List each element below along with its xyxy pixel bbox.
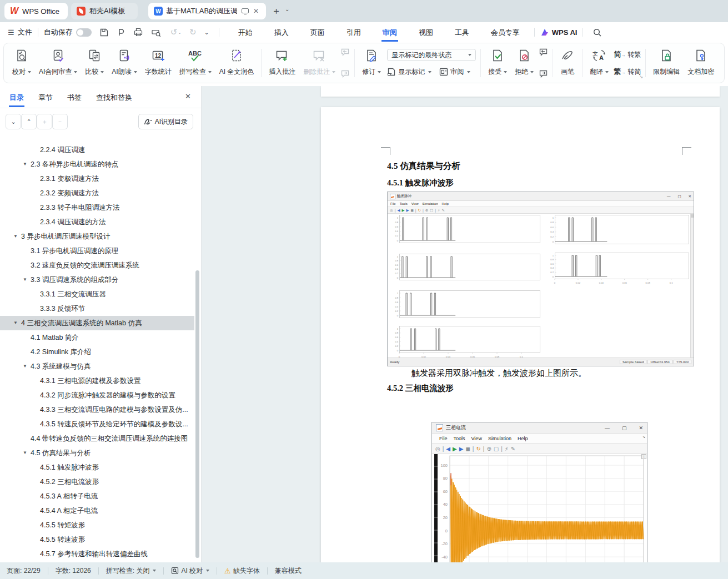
toc-item[interactable]: 3.3.1 三相交流调压器 [0, 287, 194, 301]
toc-item[interactable]: 4.5.1 触发脉冲波形 [0, 460, 194, 475]
toc-collapse-arrow-icon[interactable]: ▼ [23, 364, 27, 369]
menu-tab-6[interactable]: 工具 [454, 23, 470, 42]
toc-item[interactable]: 4.3.1 三相电源的建模及参数设置 [0, 374, 194, 388]
maximize-icon[interactable]: ▢ [677, 194, 681, 199]
step-back-icon[interactable]: ◀ [397, 208, 400, 213]
menu-tab-4[interactable]: 审阅 [381, 23, 398, 42]
toc-collapse-button[interactable]: ⌄ [6, 114, 21, 129]
link-icon[interactable]: ↻ [476, 446, 480, 452]
toc-item[interactable]: 2.3.1 变极调速方法 [0, 172, 194, 186]
toc-item[interactable]: 3.3.3 反馈环节 [0, 301, 194, 316]
toc-item[interactable]: 4.3.2 同步流脉冲触发器的建模与参数的设置 [0, 388, 194, 402]
restrict-editing-button[interactable]: 限制编辑 [649, 47, 684, 79]
settings-icon[interactable]: ◎ [390, 208, 393, 213]
toc-item[interactable]: ▼4.3 系统建模与仿真 [0, 359, 194, 374]
toc-item[interactable]: 4.5.5 转速波形 [0, 532, 194, 547]
scope2-menu-view[interactable]: View [471, 436, 482, 441]
hamburger-icon[interactable]: ☰ [8, 28, 14, 37]
scope2-menu-simulation[interactable]: Simulation [488, 436, 511, 441]
ai-proofread-status[interactable]: AI 校对 [171, 566, 209, 576]
encrypt-document-button[interactable]: 文档加密 [684, 47, 718, 79]
word-count-indicator[interactable]: 字数: 12026 [56, 566, 91, 576]
toc-item[interactable]: ▼4.5 仿真结果与分析 [0, 446, 194, 460]
toc-item[interactable]: ▼3 异步电机调压调速模型设计 [0, 229, 194, 244]
toc-item[interactable]: 4.5.3 A 相转子电流 [0, 489, 194, 504]
toc-collapse-arrow-icon[interactable]: ▼ [13, 234, 18, 239]
step-forward-icon[interactable]: ▶ [459, 446, 464, 452]
menu-tab-1[interactable]: 插入 [273, 23, 290, 42]
ai-polish-button[interactable]: AI 全文润色 [215, 47, 258, 79]
scope1-menu-view[interactable]: View [411, 202, 419, 205]
stop-icon[interactable]: ◼ [465, 446, 470, 452]
export-pdf-icon[interactable] [117, 28, 125, 37]
spell-check-status[interactable]: 拼写检查: 关闭 [106, 566, 157, 576]
scope1-menu-file[interactable]: File [390, 202, 396, 205]
page-indicator[interactable]: 页面: 22/29 [7, 566, 41, 576]
proofread-button[interactable]: 校对 [8, 47, 35, 79]
toc-expand-button[interactable]: ⌃ [21, 114, 37, 129]
ai-contract-review-button[interactable]: AI合同审查 [35, 47, 81, 79]
translate-button[interactable]: 文A 翻译 [586, 47, 612, 79]
zoom-icon[interactable]: ⊕ [425, 208, 428, 213]
toc-collapse-arrow-icon[interactable]: ▼ [13, 320, 18, 325]
to-traditional-button[interactable]: 简→ 转繁 [614, 49, 641, 59]
menu-tab-2[interactable]: 页面 [309, 23, 326, 42]
next-change-button[interactable] [539, 70, 548, 78]
menu-tab-0[interactable]: 开始 [237, 23, 254, 42]
menu-tab-3[interactable]: 引用 [345, 23, 362, 42]
step-back-icon[interactable]: ◀ [446, 446, 450, 452]
toc-item[interactable]: 4.1 Matlab 简介 [0, 330, 194, 345]
toc-item[interactable]: 3.1 异步电机调压调速的原理 [0, 244, 194, 258]
scope1-menu-simulation[interactable]: Simulation [423, 202, 438, 205]
sidebar-tab-2[interactable]: 书签 [67, 87, 82, 107]
scope2-menu-help[interactable]: Help [518, 436, 528, 441]
track-changes-button[interactable]: 修订 [358, 47, 385, 79]
toc-collapse-arrow-icon[interactable]: ▼ [23, 450, 27, 455]
toolbar-options-chevron-icon[interactable]: ⌄ [204, 29, 209, 36]
tab-document[interactable]: W 基于MATLAB的调压调速控制 ✕ [148, 3, 266, 19]
toc-item[interactable]: 4.3.3 三相交流调压电路的建模与参数设置及仿... [0, 402, 194, 417]
toc-collapse-arrow-icon[interactable]: ▼ [23, 277, 27, 282]
settings-icon[interactable]: ◎ [435, 446, 440, 452]
undo-icon[interactable]: ↺⌄ [170, 27, 182, 37]
link-icon[interactable]: ↻ [418, 208, 420, 213]
next-comment-button[interactable] [340, 70, 350, 78]
scope1-scrollbar[interactable] [690, 214, 694, 358]
new-tab-button[interactable]: ＋ [272, 4, 281, 17]
sidebar-scrollbar[interactable] [195, 270, 199, 558]
measure-icon[interactable]: ✎ [442, 208, 445, 213]
search-icon[interactable] [593, 28, 602, 37]
print-preview-icon[interactable] [151, 28, 161, 37]
run-icon[interactable]: ▶ [453, 446, 457, 452]
toc-item[interactable]: 2.3.2 变频调速方法 [0, 186, 194, 200]
file-menu[interactable]: 文件 [18, 27, 32, 37]
document-page[interactable]: 4.5 仿真结果与分析 4.5.1 触发脉冲波形 触发脉冲 — ▢ ✕ File… [321, 107, 720, 562]
trigger-icon[interactable]: ⚡ [438, 208, 440, 213]
minimize-icon[interactable]: — [605, 425, 610, 431]
toc-item[interactable]: 4.5.4 A 相定子电流 [0, 504, 194, 518]
autosave-toggle[interactable] [76, 28, 92, 37]
to-simplified-button[interactable]: 繁→ 转简 [614, 67, 641, 77]
measure-icon[interactable]: ✎ [511, 446, 515, 452]
toc-item[interactable]: ▼4 三相交流调压调速系统的 Matlab 仿真 [0, 316, 194, 330]
toc-item[interactable]: 4.4 带转速负反馈的三相交流调压调速系统的连接图 [0, 431, 194, 446]
reject-button[interactable]: 拒绝 [511, 47, 538, 79]
menu-tab-5[interactable]: 视图 [418, 23, 434, 42]
insert-comment-button[interactable]: 插入批注 [265, 47, 299, 79]
plot-scroll-button[interactable]: ↕ [641, 454, 646, 459]
step-forward-icon[interactable]: ▶ [406, 208, 409, 213]
share-screen-icon[interactable] [242, 8, 249, 14]
compat-mode-indicator[interactable]: 兼容模式 [275, 566, 302, 576]
sidebar-tab-3[interactable]: 查找和替换 [96, 87, 133, 107]
toc-zoom-in-button[interactable]: ＋ [37, 114, 52, 129]
previous-comment-button[interactable] [340, 48, 350, 56]
spell-check-button[interactable]: ABC 拼写检查 [175, 47, 215, 79]
scope2-menu-file[interactable]: File [439, 436, 448, 441]
save-icon[interactable] [99, 28, 109, 37]
toc-item[interactable]: 4.3.5 转速反馈环节及给定环节的建模及参数设... [0, 417, 194, 431]
markup-state-dropdown[interactable]: 显示标记的最终状态 [387, 49, 476, 61]
toc-item[interactable]: 3.2 速度负反馈的交流调压调速系统 [0, 258, 194, 273]
compare-button[interactable]: 比较 [81, 47, 108, 79]
accept-button[interactable]: 接受 [484, 47, 511, 79]
delete-comment-button[interactable]: 删除批注 [299, 47, 339, 79]
